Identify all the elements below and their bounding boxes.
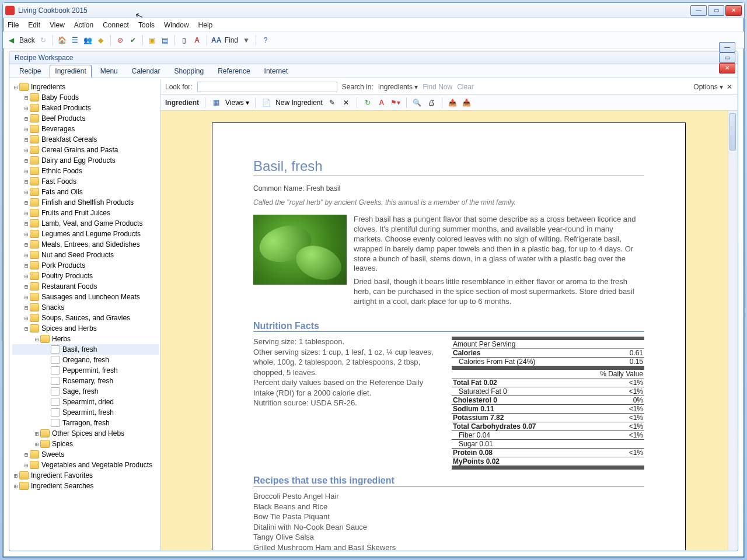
refresh-icon[interactable]: ↻ [363,98,372,107]
content-scroll[interactable]: Basil, fresh Common Name: Fresh basil Ca… [160,111,737,550]
export-icon[interactable]: 📤 [448,98,458,107]
tree-item[interactable]: ⊞Fruits and Fruit Juices [12,208,159,218]
deny-icon[interactable]: ⊘ [116,36,125,45]
help-icon[interactable]: ? [261,36,270,45]
import-icon[interactable]: 📥 [462,98,472,107]
tree-item[interactable]: ⊞Ethnic Foods [12,166,159,176]
font-icon[interactable]: A [193,36,202,45]
scrollbar-thumb[interactable] [729,113,736,150]
tree-item[interactable]: Spearmint, fresh [12,407,159,418]
vertical-scrollbar[interactable] [728,111,737,550]
tree-item[interactable]: ⊞Other Spices and Hebs [12,428,159,439]
tree-item[interactable]: Tarragon, fresh [12,418,159,428]
menu-connect[interactable]: Connect [103,21,129,29]
ws-maximize-button[interactable]: ▭ [719,52,735,63]
tag-icon[interactable]: ◆ [96,36,106,45]
menu-view[interactable]: View [50,21,65,29]
list-icon[interactable]: ☰ [71,36,80,45]
new-ingredient-button[interactable]: New Ingredient [275,99,323,107]
find-now-button[interactable]: Find Now [423,83,452,91]
maximize-button[interactable]: ▭ [708,5,724,16]
tree-item[interactable]: ⊞Cereal Grains and Pasta [12,145,159,155]
tab-calendar[interactable]: Calendar [127,65,166,78]
tab-ingredient[interactable]: Ingredient [50,65,91,78]
tree-item[interactable]: ⊟Spices and Herbs [12,323,159,334]
people-icon[interactable]: 👥 [83,36,93,45]
tree-item[interactable]: Oregano, fresh [12,355,159,365]
tree-item[interactable]: Peppermint, fresh [12,365,159,376]
search-scope-dropdown[interactable]: Ingredients ▾ [378,83,418,91]
forward-icon[interactable]: ↻ [39,36,48,45]
menu-help[interactable]: Help [198,21,213,29]
tree-item[interactable]: ⊞Restaurant Foods [12,281,159,292]
tree-item[interactable]: ⊞Spices [12,439,159,449]
find-icon[interactable]: AA [212,36,221,45]
tree-item[interactable]: ⊞Beef Products [12,113,159,124]
tree-item[interactable]: Basil, fresh [12,344,159,355]
find-button[interactable]: Find [225,36,238,44]
tab-recipe[interactable]: Recipe [14,65,46,78]
recipe-link[interactable]: Broccoli Pesto Angel Hair [253,491,644,502]
new-ingredient-icon[interactable]: 📄 [261,98,271,107]
tree-item[interactable]: ⊞Soups, Sauces, and Gravies [12,313,159,323]
tree-item[interactable]: ⊞Pork Products [12,260,159,271]
preview-icon[interactable]: 🔍 [413,98,422,107]
recipe-link[interactable]: Bow Tie Pasta Piquant [253,512,644,522]
look-for-input[interactable] [197,82,337,92]
tree-item[interactable]: ⊞Sausages and Luncheon Meats [12,292,159,302]
menu-tools[interactable]: Tools [138,21,155,29]
tree-item[interactable]: ⊞Fast Foods [12,176,159,187]
tree-item[interactable]: ⊞Baby Foods [12,92,159,103]
close-button[interactable]: ✕ [725,5,742,16]
tree-item[interactable]: ⊞Snacks [12,302,159,313]
doc-icon[interactable]: ▯ [180,36,189,45]
tree-item[interactable]: ⊞Baked Products [12,103,159,113]
tab-shopping[interactable]: Shopping [169,65,209,78]
ws-close-button[interactable]: ✕ [719,63,735,74]
tree-item[interactable]: ⊞Ingredient Favorites [12,470,159,481]
back-icon[interactable]: ◀ [6,36,16,45]
menu-edit[interactable]: Edit [28,21,40,29]
delete-icon[interactable]: ✕ [341,98,351,107]
tree-item[interactable]: ⊞Nut and Seed Products [12,250,159,260]
tree-item[interactable]: Rosemary, fresh [12,376,159,386]
options-dropdown[interactable]: Options ▾ [693,83,723,91]
tab-reference[interactable]: Reference [212,65,255,78]
home-icon[interactable]: 🏠 [58,36,67,45]
tree-item[interactable]: ⊞Sweets [12,449,159,460]
tree-item[interactable]: ⊟Herbs [12,334,159,344]
tab-menu[interactable]: Menu [95,65,123,78]
clear-button[interactable]: Clear [457,83,474,91]
menu-file[interactable]: File [8,21,19,29]
menu-action[interactable]: Action [74,21,93,29]
views-dropdown[interactable]: Views ▾ [225,99,249,107]
tree-item[interactable]: ⊞Finfish and Shellfish Products [12,197,159,208]
tree-item[interactable]: Sage, fresh [12,386,159,397]
recipe-link[interactable]: Ditalini with No-Cook Bean Sauce [253,522,644,533]
edit-icon[interactable]: ✎ [327,98,337,107]
menu-window[interactable]: Window [164,21,189,29]
tree-item[interactable]: ⊞Dairy and Egg Products [12,155,159,166]
tab-internet[interactable]: Internet [259,65,294,78]
folder-icon[interactable]: ▣ [148,36,157,45]
tree-item[interactable]: ⊞Fats and Oils [12,187,159,197]
recipe-link[interactable]: Grilled Mushroom Ham and Basil Skewers [253,542,644,550]
tree-item[interactable]: Spearmint, dried [12,397,159,407]
tree-item[interactable]: ⊞Ingredient Searches [12,481,159,491]
search-close-icon[interactable]: ✕ [727,83,732,91]
recipe-link[interactable]: Tangy Olive Salsa [253,532,644,542]
filter-icon[interactable]: ▼ [242,36,251,45]
font-color-icon[interactable]: A [377,98,386,107]
ws-minimize-button[interactable]: — [719,42,735,52]
check-icon[interactable]: ✔ [128,36,138,45]
recipe-link[interactable]: Black Beans and Rice [253,502,644,512]
tree-item[interactable]: ⊟Ingredients [12,82,159,92]
minimize-button[interactable]: — [690,5,707,16]
tree-pane[interactable]: ⊟Ingredients⊞Baby Foods⊞Baked Products⊞B… [10,79,160,550]
tree-item[interactable]: ⊞Poultry Products [12,271,159,281]
back-button[interactable]: Back [19,36,35,44]
tree-item[interactable]: ⊞Vegetables and Vegetable Products [12,460,159,470]
window-icon[interactable]: ▤ [160,36,170,45]
tree-item[interactable]: ⊞Lamb, Veal, and Game Products [12,218,159,229]
tree-item[interactable]: ⊞Beverages [12,124,159,134]
